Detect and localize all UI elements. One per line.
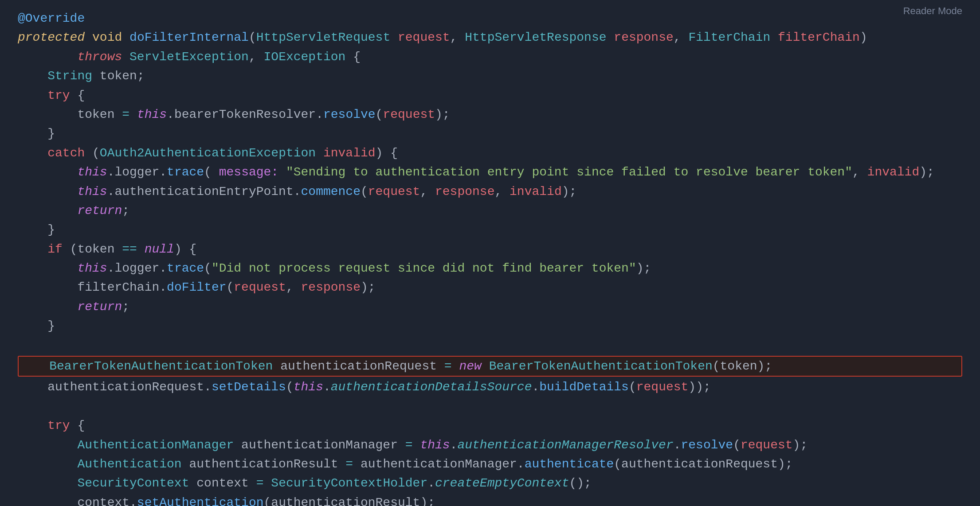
line-return2: return; xyxy=(18,297,962,316)
line-token-assign: token = this.bearerTokenResolver.resolve… xyxy=(18,105,962,124)
line-return1: return; xyxy=(18,201,962,220)
line-override: @Override xyxy=(18,9,962,28)
line-setdetails: authenticationRequest.setDetails(this.au… xyxy=(18,378,962,397)
line-if-null: if (token == null) { xyxy=(18,240,962,259)
line-auth-manager: AuthenticationManager authenticationMana… xyxy=(18,436,962,455)
code-container: @Override protected void doFilterInterna… xyxy=(0,4,980,506)
line-trace2: this.logger.trace("Did not process reque… xyxy=(18,259,962,278)
line-trace1: this.logger.trace( message: "Sending to … xyxy=(18,163,962,182)
line-empty2 xyxy=(18,397,962,416)
line-security-context: SecurityContext context = SecurityContex… xyxy=(18,474,962,493)
line-method-sig: protected void doFilterInternal(HttpServ… xyxy=(18,28,962,47)
line-empty1 xyxy=(18,336,962,355)
line-string-token: String token; xyxy=(18,66,962,86)
line-close-try1: } xyxy=(18,124,962,143)
line-try2: try { xyxy=(18,416,962,435)
line-highlighted-bearer: BearerTokenAuthenticationToken authentic… xyxy=(18,356,962,377)
line-auth-result: Authentication authenticationResult = au… xyxy=(18,455,962,474)
line-close-if: } xyxy=(18,316,962,335)
line-try1: try { xyxy=(18,86,962,105)
line-throws: throws ServletException, IOException { xyxy=(18,47,962,66)
line-dofilter: filterChain.doFilter(request, response); xyxy=(18,278,962,297)
line-commence: this.authenticationEntryPoint.commence(r… xyxy=(18,182,962,201)
line-catch: catch (OAuth2AuthenticationException inv… xyxy=(18,144,962,163)
line-close-catch: } xyxy=(18,220,962,239)
line-set-auth: context.setAuthentication(authentication… xyxy=(18,493,962,506)
